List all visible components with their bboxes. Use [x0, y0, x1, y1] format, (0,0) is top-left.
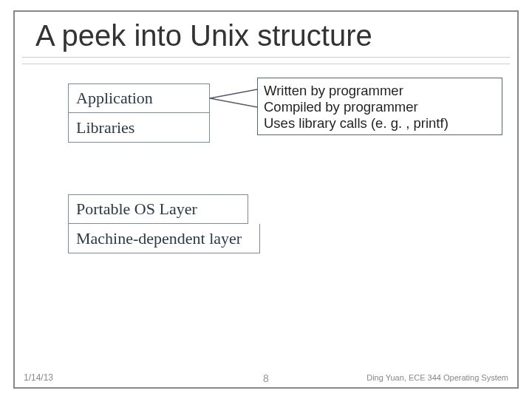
callout-arrow-icon: [210, 86, 257, 110]
layer-machine-dependent-label: Machine-dependent layer: [76, 229, 242, 248]
callout-box: Written by programmer Compiled by progra…: [257, 78, 502, 135]
layer-application-label: Application: [76, 89, 153, 108]
slide-title: A peek into Unix structure: [15, 12, 517, 57]
footer-date: 1/14/13: [24, 372, 53, 383]
layer-libraries-label: Libraries: [76, 118, 134, 137]
footer-credit: Ding Yuan, ECE 344 Operating System: [366, 373, 508, 382]
layer-libraries: Libraries: [68, 113, 210, 143]
footer: 1/14/13 8 Ding Yuan, ECE 344 Operating S…: [15, 372, 517, 383]
svg-line-1: [210, 98, 257, 107]
callout-line-2: Compiled by programmer: [264, 99, 496, 115]
title-underline: [22, 57, 510, 64]
footer-page-number: 8: [263, 372, 269, 384]
content-area: Application Libraries Portable OS Layer …: [15, 64, 517, 338]
svg-line-0: [210, 89, 257, 98]
layer-portable-os-label: Portable OS Layer: [76, 200, 197, 219]
layer-machine-dependent: Machine-dependent layer: [68, 224, 260, 253]
callout-line-3: Uses library calls (e. g. , printf): [264, 115, 496, 132]
slide-frame: A peek into Unix structure Application L…: [13, 10, 519, 389]
callout-line-1: Written by programmer: [264, 83, 496, 99]
layer-application: Application: [68, 83, 210, 113]
layer-portable-os: Portable OS Layer: [68, 194, 248, 224]
